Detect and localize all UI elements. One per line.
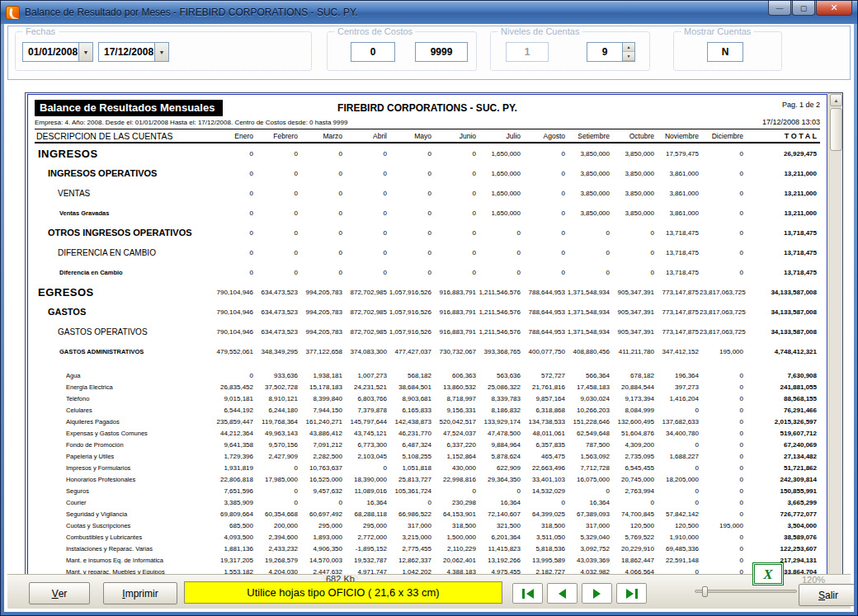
cell-value: 14,532,029 <box>521 487 566 495</box>
cell-value: 1,211,546,576 <box>477 328 521 336</box>
ver-button[interactable]: Ver <box>29 582 90 604</box>
cell-value: 0 <box>254 170 299 177</box>
zoom-slider-handle[interactable] <box>702 586 708 597</box>
cell-value: 12,862,337 <box>388 557 432 564</box>
column-header: Febrero <box>254 132 299 140</box>
row-label: GASTOS <box>35 307 210 317</box>
salir-button[interactable]: Salir <box>799 584 854 606</box>
next-page-button[interactable] <box>582 583 612 604</box>
cell-value: 9,457,632 <box>299 487 343 495</box>
maximize-button[interactable]: ▢ <box>792 1 815 16</box>
cell-value: 6,773,300 <box>343 441 388 449</box>
cell-value: 0 <box>210 229 254 237</box>
chevron-down-icon[interactable]: ▼ <box>154 43 168 61</box>
cell-value: 120,500 <box>610 522 655 529</box>
cell-value: 23,817,063,725 <box>700 328 744 336</box>
cell-value: 520,042,517 <box>432 418 477 426</box>
cell-value: 0 <box>299 269 343 276</box>
table-row: Seguros7,651,59609,457,63211,089,016105,… <box>35 485 820 496</box>
cell-value: 1,688,227 <box>655 453 700 460</box>
cell-value: 196,364 <box>655 372 700 379</box>
cell-value: 1,051,818 <box>388 464 432 472</box>
cell-value: 0 <box>655 464 700 472</box>
column-header: Noviembre <box>655 132 700 140</box>
titlebar: Balance de Resultado por Meses - FIREBIR… <box>1 1 857 24</box>
cell-value: 7,712,728 <box>566 464 610 472</box>
cell-value: 19,268,579 <box>254 557 299 564</box>
cell-value: 1,152,864 <box>432 453 477 460</box>
spinner-down-icon[interactable]: ▼ <box>623 52 634 61</box>
cell-value: 2,427,909 <box>254 453 299 460</box>
cell-value: 773,147,875 <box>655 328 700 336</box>
cell-value: 67,240,069 <box>744 441 820 449</box>
cell-value: 16,364 <box>343 499 388 506</box>
cell-value: 3,861,000 <box>655 190 700 197</box>
minimize-button[interactable]: — <box>768 1 791 16</box>
cell-value: 195,000 <box>700 522 744 529</box>
scrollbar-thumb[interactable] <box>830 108 842 151</box>
row-label: Honorarios Profesionales <box>35 476 210 483</box>
scroll-up-icon[interactable]: ▲ <box>830 94 842 106</box>
column-header: Setiembre <box>566 132 610 140</box>
mostrar-cuentas-field[interactable]: N <box>707 42 743 62</box>
cell-value: 62,549,648 <box>566 430 610 437</box>
cell-value: 916,883,791 <box>432 308 477 316</box>
client-area: Fechas 01/01/2008 ▼ 17/12/2008 ▼ Centros… <box>4 24 854 612</box>
cell-value: 0 <box>299 249 343 256</box>
cell-value: 0 <box>700 464 744 472</box>
excel-export-icon[interactable]: X <box>752 562 784 585</box>
cell-value: 6,244,180 <box>254 407 299 414</box>
cell-value: 17,579,475 <box>655 150 700 158</box>
zoom-slider[interactable] <box>695 590 797 593</box>
cell-value: 0 <box>210 249 254 256</box>
close-button[interactable]: ✕ <box>816 1 852 16</box>
last-page-button[interactable] <box>616 583 647 604</box>
date-to-dropdown[interactable]: 17/12/2008 ▼ <box>98 42 169 62</box>
group-niveles-cuentas: Niveles de Cuentas 1 9 ▲▼ <box>490 31 650 71</box>
nivel-spinner[interactable]: ▲▼ <box>623 42 635 62</box>
cell-value: 0 <box>254 190 299 197</box>
cell-value: 3,504,000 <box>744 522 820 529</box>
cell-value: 0 <box>700 441 744 449</box>
table-row: Teléfono9,015,1818,910,1218,399,8406,803… <box>35 393 820 404</box>
cell-value: 16,364 <box>566 499 610 506</box>
cell-value: 634,473,523 <box>254 328 299 336</box>
cell-value: 8,718,997 <box>432 395 477 402</box>
nivel-to-field[interactable]: 9 <box>587 42 623 62</box>
cell-value: 0 <box>343 190 388 197</box>
cell-value: 0 <box>388 499 432 506</box>
cell-value: 120,500 <box>655 522 700 529</box>
cell-value: 0 <box>210 209 254 217</box>
vertical-scrollbar[interactable]: ▲ ▼ <box>828 93 842 602</box>
cell-value: 3,850,000 <box>610 190 655 197</box>
cell-value: 46,231,770 <box>388 430 432 437</box>
cell-value: 788,644,953 <box>521 308 566 316</box>
cell-value: 22,806,818 <box>210 476 254 483</box>
cell-value: 0 <box>700 453 744 460</box>
cell-value: 6,803,766 <box>343 395 388 402</box>
previous-page-button[interactable] <box>547 583 578 604</box>
cell-value: 76,291,466 <box>744 407 820 414</box>
cell-value: 0 <box>343 150 388 158</box>
column-header: T O T A L <box>744 132 820 140</box>
centro-costo-from-field[interactable]: 0 <box>351 42 395 62</box>
spinner-up-icon[interactable]: ▲ <box>623 43 634 52</box>
cell-value: 20,062,401 <box>432 557 477 564</box>
cell-value: 34,133,587,008 <box>744 289 820 296</box>
imprimir-button[interactable]: Imprimir <box>103 582 177 604</box>
centro-costo-to-field[interactable]: 9999 <box>415 42 468 62</box>
cell-value: 0 <box>655 499 700 506</box>
toolbar: Fechas 01/01/2008 ▼ 17/12/2008 ▼ Centros… <box>7 26 851 80</box>
cell-value: 0 <box>700 499 744 506</box>
column-header: Enero <box>210 132 254 140</box>
cell-value: 67,389,093 <box>566 510 610 518</box>
first-page-button[interactable] <box>512 583 543 604</box>
cell-value: 0 <box>343 170 388 177</box>
cell-value: 0 <box>299 499 343 506</box>
row-label: Papeleria y Utiles <box>35 453 210 460</box>
column-header: Diciembre <box>700 132 744 140</box>
cell-value: 0 <box>700 487 744 495</box>
chevron-down-icon[interactable]: ▼ <box>78 43 92 61</box>
date-from-dropdown[interactable]: 01/01/2008 ▼ <box>22 42 93 62</box>
cell-value: 317,000 <box>388 522 432 529</box>
